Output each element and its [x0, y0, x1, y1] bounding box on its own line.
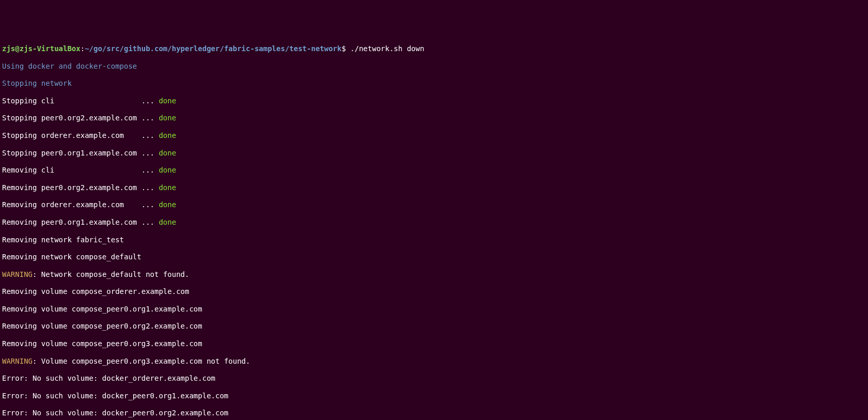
output-line: Removing network fabric_test [2, 236, 866, 244]
prompt-dollar: $ [341, 44, 350, 53]
warning-label: WARNING [2, 357, 33, 365]
terminal-output[interactable]: zjs@zjs-VirtualBox:~/go/src/github.com/h… [2, 36, 866, 420]
output-line: Stopping peer0.org2.example.com ... done [2, 114, 866, 122]
output-line: Removing orderer.example.com ... done [2, 200, 866, 209]
output-line: Stopping cli ... done [2, 97, 866, 105]
output-line: Error: No such volume: docker_orderer.ex… [2, 374, 866, 383]
status-text: Stopping peer0.org2.example.com ... [2, 114, 159, 122]
output-line: Removing peer0.org2.example.com ... done [2, 183, 866, 192]
status-done: done [159, 97, 176, 105]
output-line: Removing network compose_default [2, 253, 866, 261]
prompt-user: zjs@zjs-VirtualBox [2, 44, 81, 53]
output-line: Removing volume compose_peer0.org3.examp… [2, 339, 866, 348]
output-line: Stopping network [2, 79, 866, 88]
status-text: Stopping cli ... [2, 97, 159, 105]
output-line: Error: No such volume: docker_peer0.org2… [2, 409, 866, 417]
output-line: Removing cli ... done [2, 166, 866, 175]
status-text: Removing orderer.example.com ... [2, 200, 159, 209]
status-done: done [159, 114, 176, 122]
warning-label: WARNING [2, 270, 33, 278]
status-text: Stopping orderer.example.com ... [2, 131, 159, 139]
prompt-path: ~/go/src/github.com/hyperledger/fabric-s… [85, 44, 341, 53]
output-line: WARNING: Volume compose_peer0.org3.examp… [2, 357, 866, 366]
prompt-sep: : [81, 44, 85, 53]
status-done: done [159, 149, 176, 157]
prompt-line: zjs@zjs-VirtualBox:~/go/src/github.com/h… [2, 44, 866, 53]
status-text: Removing cli ... [2, 166, 159, 174]
status-done: done [159, 183, 176, 192]
output-line: Removing volume compose_orderer.example.… [2, 287, 866, 296]
output-line: Error: No such volume: docker_peer0.org1… [2, 392, 866, 400]
output-line: Removing peer0.org1.example.com ... done [2, 218, 866, 227]
output-line: Using docker and docker-compose [2, 62, 866, 71]
warning-text: : Network compose_default not found. [33, 270, 189, 278]
status-text: Removing peer0.org2.example.com ... [2, 183, 159, 192]
warning-text: : Volume compose_peer0.org3.example.com … [33, 357, 250, 365]
status-text: Removing peer0.org1.example.com ... [2, 218, 159, 226]
status-text: Stopping peer0.org1.example.com ... [2, 149, 159, 157]
output-line: Stopping orderer.example.com ... done [2, 131, 866, 140]
output-line: WARNING: Network compose_default not fou… [2, 270, 866, 279]
status-done: done [159, 218, 176, 226]
output-line: Removing volume compose_peer0.org1.examp… [2, 305, 866, 314]
status-done: done [159, 200, 176, 209]
status-done: done [159, 131, 176, 139]
output-line: Stopping peer0.org1.example.com ... done [2, 149, 866, 158]
output-line: Removing volume compose_peer0.org2.examp… [2, 322, 866, 331]
command-text: ./network.sh down [350, 44, 424, 53]
status-done: done [159, 166, 176, 174]
